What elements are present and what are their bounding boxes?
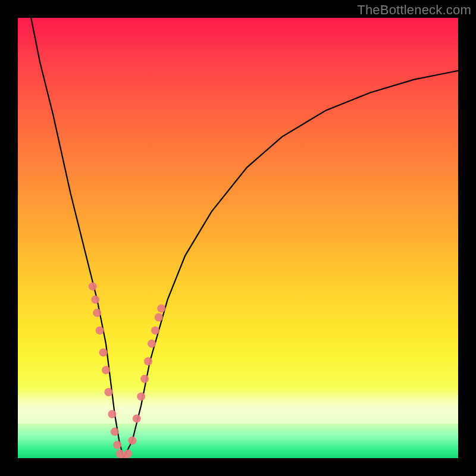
marker-dot: [155, 313, 163, 321]
marker-dot: [91, 296, 99, 304]
marker-dot: [111, 428, 119, 436]
marker-dot: [96, 326, 104, 334]
bottleneck-curve: [31, 18, 458, 458]
marker-dot: [102, 366, 110, 374]
marker-dot: [140, 375, 149, 383]
marker-dot: [151, 326, 159, 334]
marker-dot: [113, 441, 121, 449]
marker-dot: [124, 450, 132, 458]
marker-dot: [104, 388, 112, 396]
marker-dot: [157, 304, 165, 312]
marker-dot: [128, 436, 136, 444]
marker-dot: [99, 348, 108, 356]
marker-dot: [89, 282, 97, 290]
marker-dot: [137, 392, 145, 400]
marker-dot: [108, 410, 116, 418]
plot-area: [18, 18, 458, 458]
curve-svg: [18, 18, 458, 458]
marker-dot: [133, 414, 141, 422]
marker-dot: [148, 340, 156, 348]
outer-frame: TheBottleneck.com: [0, 0, 476, 476]
watermark-text: TheBottleneck.com: [357, 2, 471, 18]
marker-dot: [144, 357, 152, 365]
highlight-dots: [89, 282, 165, 458]
marker-dot: [93, 309, 101, 317]
